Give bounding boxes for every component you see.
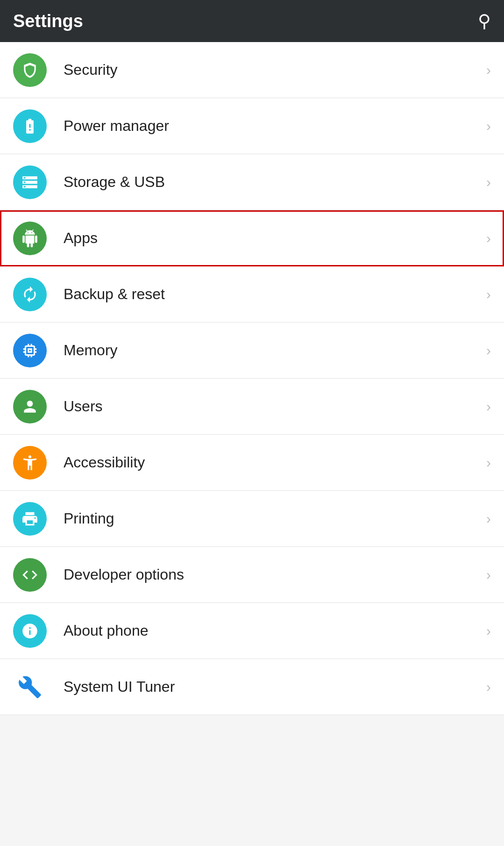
memory-icon-circle — [13, 334, 47, 367]
settings-item-storage-usb[interactable]: Storage & USB › — [0, 154, 504, 210]
printing-icon-circle — [13, 502, 47, 536]
apps-label: Apps — [64, 229, 482, 247]
storage-icon-circle — [13, 165, 47, 199]
users-label: Users — [64, 398, 482, 415]
backup-reset-chevron: › — [486, 287, 491, 302]
backup-icon — [21, 286, 39, 303]
printing-chevron: › — [486, 511, 491, 527]
developer-icon — [21, 566, 39, 584]
settings-item-system-ui-tuner[interactable]: System UI Tuner › — [0, 659, 504, 715]
power-manager-label: Power manager — [64, 117, 482, 135]
developer-options-chevron: › — [486, 567, 491, 583]
settings-item-developer-options[interactable]: Developer options › — [0, 547, 504, 603]
storage-usb-label: Storage & USB — [64, 173, 482, 191]
accessibility-label: Accessibility — [64, 454, 482, 471]
settings-item-memory[interactable]: Memory › — [0, 323, 504, 379]
settings-item-about-phone[interactable]: About phone › — [0, 603, 504, 659]
shield-icon — [21, 61, 39, 79]
security-label: Security — [64, 61, 482, 79]
settings-item-apps[interactable]: Apps › — [0, 210, 504, 266]
developer-options-label: Developer options — [64, 566, 482, 583]
apps-icon — [21, 229, 39, 247]
memory-chevron: › — [486, 343, 491, 358]
security-chevron: › — [486, 62, 491, 78]
users-chevron: › — [486, 399, 491, 415]
settings-header: Settings ⚲ — [0, 0, 504, 42]
developer-icon-circle — [13, 558, 47, 592]
users-icon-circle — [13, 390, 47, 423]
settings-item-backup-reset[interactable]: Backup & reset › — [0, 266, 504, 323]
about-phone-label: About phone — [64, 622, 482, 639]
system-ui-tuner-label: System UI Tuner — [64, 678, 482, 695]
printing-label: Printing — [64, 510, 482, 527]
accessibility-icon — [21, 454, 39, 472]
settings-item-security[interactable]: Security › — [0, 42, 504, 98]
settings-item-users[interactable]: Users › — [0, 379, 504, 435]
about-icon-circle — [13, 614, 47, 648]
apps-icon-circle — [13, 222, 47, 255]
accessibility-icon-circle — [13, 446, 47, 480]
about-phone-chevron: › — [486, 623, 491, 639]
apps-chevron: › — [486, 230, 491, 246]
system-ui-tuner-chevron: › — [486, 679, 491, 695]
backup-icon-circle — [13, 278, 47, 311]
storage-usb-chevron: › — [486, 174, 491, 190]
power-manager-chevron: › — [486, 118, 491, 134]
backup-reset-label: Backup & reset — [64, 286, 482, 303]
settings-item-power-manager[interactable]: Power manager › — [0, 98, 504, 154]
security-icon-circle — [13, 53, 47, 87]
power-icon-circle — [13, 109, 47, 143]
settings-item-accessibility[interactable]: Accessibility › — [0, 435, 504, 491]
accessibility-chevron: › — [486, 455, 491, 471]
tuner-icon — [18, 675, 42, 699]
battery-icon — [21, 117, 39, 135]
search-icon[interactable]: ⚲ — [478, 11, 491, 31]
page-title: Settings — [13, 11, 83, 31]
storage-icon — [21, 173, 39, 191]
memory-label: Memory — [64, 342, 482, 359]
settings-list: Security › Power manager › Storage & USB… — [0, 42, 504, 715]
tuner-icon-circle — [13, 670, 47, 704]
printing-icon — [21, 510, 39, 528]
memory-icon — [21, 342, 39, 359]
settings-item-printing[interactable]: Printing › — [0, 491, 504, 547]
users-icon — [21, 398, 39, 416]
about-icon — [21, 622, 39, 640]
